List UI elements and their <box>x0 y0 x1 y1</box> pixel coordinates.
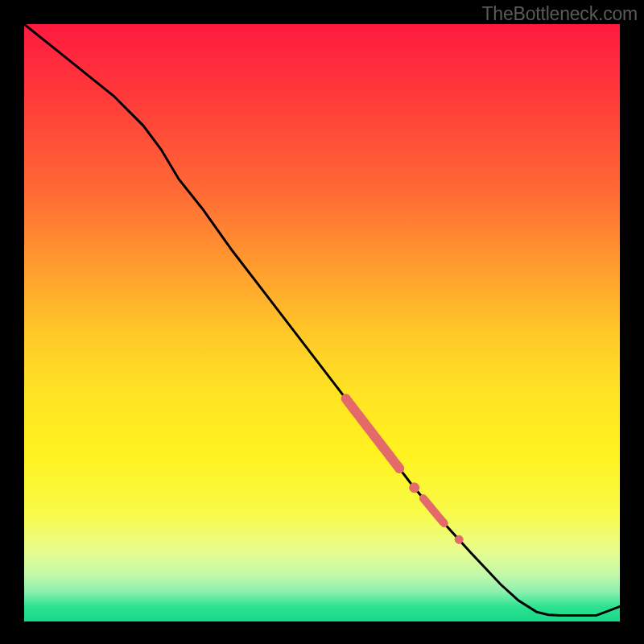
highlight-point <box>410 483 419 493</box>
bottleneck-curve <box>24 24 620 616</box>
chart-curve-layer <box>24 24 620 621</box>
highlight-band <box>423 498 444 523</box>
highlight-point <box>455 535 463 543</box>
highlight-marks-group <box>346 398 464 543</box>
highlight-band <box>346 398 400 469</box>
watermark-text: TheBottleneck.com <box>482 3 638 25</box>
